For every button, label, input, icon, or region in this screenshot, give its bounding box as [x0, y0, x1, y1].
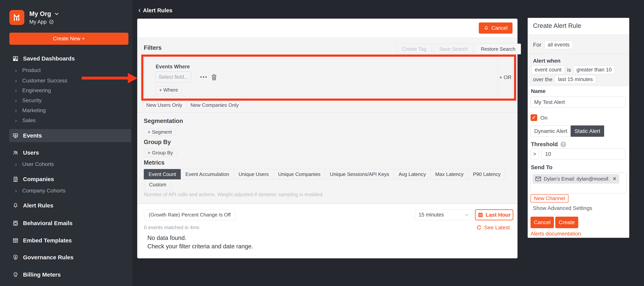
recipient-chip[interactable]: Dylan's Email: dylan@moesif.c... ✕	[533, 174, 619, 184]
dynamic-alert-option[interactable]: Dynamic Alert	[530, 125, 571, 137]
for-events-chip[interactable]: all events	[544, 41, 573, 49]
panel-title: Create Alert Rule	[533, 22, 581, 29]
refresh-icon	[476, 225, 482, 230]
users-icon	[13, 150, 18, 156]
static-alert-option[interactable]: Static Alert	[570, 125, 604, 137]
sidebar-item-engineering[interactable]: › Engineering	[15, 87, 51, 94]
tab-custom[interactable]: Custom	[144, 179, 172, 190]
sidebar-item-companies[interactable]: Companies	[13, 175, 54, 184]
chevron-right-icon: ›	[15, 117, 17, 123]
panel-create-button[interactable]: Create	[555, 217, 578, 228]
interval-select[interactable]: 15 minutes	[415, 209, 473, 220]
threshold-operator[interactable]: >	[530, 149, 539, 160]
chevron-right-icon: ›	[15, 98, 17, 103]
restore-search-button[interactable]: Restore Search	[475, 44, 521, 54]
create-alert-rule-panel: Create Alert Rule For all events Alert w…	[528, 18, 629, 238]
events-where-group: Events Where Select field... + Where + O…	[145, 59, 513, 96]
page-title: Alert Rules	[143, 7, 172, 14]
tab-event-accumulation[interactable]: Event Accumulation	[180, 169, 234, 179]
logo-glyph	[12, 13, 22, 23]
tab-unique-companies[interactable]: Unique Companies	[273, 169, 325, 179]
growth-rate-button[interactable]: (Growth Rate) Percent Change Is Off	[144, 209, 235, 220]
sidebar-item-events[interactable]: Events	[9, 129, 131, 142]
remove-recipient-icon[interactable]: ✕	[612, 176, 616, 182]
send-to-label: Send To	[531, 164, 552, 171]
more-options-icon[interactable]	[199, 74, 208, 80]
create-tag-button[interactable]: Create Tag	[396, 44, 432, 54]
tab-unique-users[interactable]: Unique Users	[234, 169, 274, 179]
trash-icon[interactable]	[211, 74, 217, 81]
org-name[interactable]: My Org	[29, 10, 51, 18]
sidebar-item-label: Events	[23, 132, 42, 139]
tab-unique-sessions-api-keys[interactable]: Unique Sessions/API Keys	[325, 169, 394, 179]
divider	[528, 86, 629, 86]
sidebar-item-marketing[interactable]: › Marketing	[15, 107, 46, 114]
add-group-by-button[interactable]: + Group By	[144, 149, 176, 157]
name-label: Name	[531, 88, 546, 94]
sidebar-item-user-cohorts[interactable]: › User Cohorts	[15, 160, 54, 168]
chevron-down-icon	[54, 11, 60, 17]
org-switcher[interactable]: My Org My App	[10, 10, 60, 25]
no-data-message: No data found.	[148, 234, 186, 241]
threshold-value-field[interactable]: 10	[542, 149, 626, 160]
show-advanced-settings-link[interactable]: Show Advanced Settings	[533, 205, 592, 211]
see-latest-link[interactable]: See Latest	[476, 225, 510, 231]
panel-cancel-button[interactable]: Cancel	[530, 217, 554, 228]
tab-p90-latency[interactable]: P90 Latency	[468, 169, 506, 179]
add-segment-button[interactable]: + Segment	[144, 128, 176, 136]
sidebar-item-billing-meters[interactable]: Billing Meters	[13, 270, 61, 279]
send-to-field[interactable]: Dylan's Email: dylan@moesif.c... ✕	[530, 172, 626, 193]
new-channel-button[interactable]: New Channel	[530, 194, 568, 202]
segmentation-title: Segmentation	[144, 117, 183, 124]
sidebar-item-embed-templates[interactable]: Embed Templates	[13, 236, 72, 245]
app-status-icon	[49, 19, 54, 24]
app-name[interactable]: My App	[29, 19, 46, 25]
metrics-title: Metrics	[144, 159, 165, 166]
create-new-button[interactable]: Create New +	[10, 33, 128, 45]
on-checkbox[interactable]: ✓	[530, 114, 537, 121]
bell-icon	[484, 26, 489, 31]
filter-actions: Create Tag Save Search Restore Search	[396, 44, 523, 54]
sidebar-item-product[interactable]: › Product	[15, 66, 41, 74]
sidebar-item-governance-rules[interactable]: Governance Rules	[13, 253, 74, 262]
tab-avg-latency[interactable]: Avg Latency	[394, 169, 431, 179]
sidebar-item-security[interactable]: › Security	[15, 97, 42, 104]
cancel-alert-button[interactable]: Cancel	[479, 23, 512, 34]
condition-chip[interactable]: greater than 10	[573, 66, 615, 74]
metric-chip[interactable]: event count	[532, 66, 565, 74]
select-field-dropdown[interactable]: Select field...	[156, 71, 191, 83]
meter-icon	[13, 272, 18, 277]
chevron-right-icon: ›	[15, 78, 17, 84]
add-where-button[interactable]: + Where	[156, 86, 182, 94]
check-icon: ✓	[532, 115, 536, 121]
threshold-label: Threshold	[531, 141, 558, 148]
sidebar-item-behavioral-emails[interactable]: Behavioral Emails	[13, 219, 72, 228]
sidebar-item-sales[interactable]: › Sales	[15, 117, 36, 124]
add-or-button[interactable]: + OR	[498, 59, 513, 96]
chevron-left-icon: ‹	[138, 7, 141, 14]
tab-max-latency[interactable]: Max Latency	[430, 169, 468, 179]
name-field[interactable]: My Test Alert	[530, 97, 626, 107]
alerts-documentation-link[interactable]: Alerts documentation	[530, 231, 581, 237]
letter-icon	[13, 220, 18, 226]
time-window-chip[interactable]: last 15 minutes	[555, 75, 596, 84]
new-companies-only-button[interactable]: New Companies Only	[187, 101, 242, 109]
tab-event-count[interactable]: Event Count	[144, 169, 181, 179]
save-search-button[interactable]: Save Search	[434, 44, 474, 54]
is-label: is	[567, 67, 571, 73]
sidebar-item-saved-dashboards[interactable]: Saved Dashboards	[13, 54, 75, 63]
sidebar-item-alert-rules[interactable]: Alert Rules	[13, 201, 53, 210]
sidebar-item-company-cohorts[interactable]: › Company Cohorts	[15, 187, 66, 195]
sidebar-item-users[interactable]: Users	[13, 148, 39, 157]
help-icon[interactable]: ?	[560, 141, 566, 147]
new-users-only-button[interactable]: New Users Only	[143, 101, 186, 109]
chevron-right-icon: ›	[15, 188, 17, 194]
chevron-right-icon: ›	[15, 161, 17, 167]
sidebar-item-customer-success[interactable]: › Customer Success	[15, 77, 67, 84]
for-label: For	[533, 42, 542, 48]
on-label: On	[540, 115, 548, 121]
chevron-down-icon	[464, 212, 470, 218]
date-range-button[interactable]: Last Hour	[475, 209, 513, 220]
breadcrumb-back[interactable]: ‹ Alert Rules	[138, 7, 172, 14]
group-by-title: Group By	[144, 139, 171, 146]
